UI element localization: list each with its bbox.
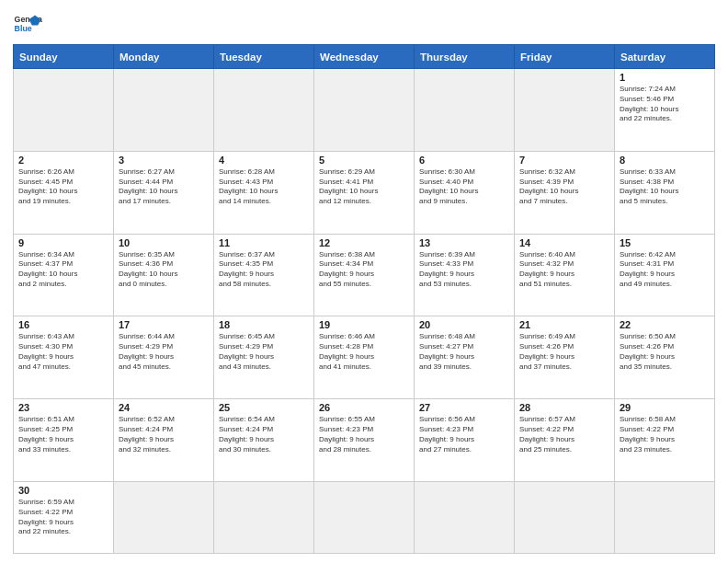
weekday-header-sunday: Sunday: [14, 45, 114, 69]
calendar-cell: [214, 482, 314, 554]
calendar-week-row: 23Sunrise: 6:51 AM Sunset: 4:25 PM Dayli…: [14, 399, 715, 482]
weekday-header-friday: Friday: [515, 45, 615, 69]
day-number: 13: [419, 237, 509, 248]
day-number: 22: [620, 319, 710, 330]
day-info: Sunrise: 7:24 AM Sunset: 5:46 PM Dayligh…: [620, 85, 710, 124]
day-number: 14: [519, 237, 609, 248]
calendar-week-row: 9Sunrise: 6:34 AM Sunset: 4:37 PM Daylig…: [14, 234, 715, 316]
calendar-cell: 25Sunrise: 6:54 AM Sunset: 4:24 PM Dayli…: [214, 399, 314, 482]
day-info: Sunrise: 6:30 AM Sunset: 4:40 PM Dayligh…: [419, 167, 509, 207]
calendar-week-row: 30Sunrise: 6:59 AM Sunset: 4:22 PM Dayli…: [14, 482, 715, 554]
weekday-header-thursday: Thursday: [415, 45, 515, 69]
weekday-header-tuesday: Tuesday: [214, 45, 314, 69]
calendar-cell: [114, 482, 214, 554]
day-number: 26: [319, 402, 409, 413]
page: General Blue SundayMondayTuesdayWednesda…: [0, 0, 728, 563]
day-info: Sunrise: 6:56 AM Sunset: 4:23 PM Dayligh…: [419, 415, 509, 454]
day-number: 2: [18, 155, 108, 166]
day-number: 4: [219, 155, 309, 166]
day-info: Sunrise: 6:35 AM Sunset: 4:36 PM Dayligh…: [119, 250, 209, 290]
calendar-cell: 17Sunrise: 6:44 AM Sunset: 4:29 PM Dayli…: [114, 316, 214, 399]
calendar-week-row: 1Sunrise: 7:24 AM Sunset: 5:46 PM Daylig…: [14, 69, 715, 152]
calendar-cell: 7Sunrise: 6:32 AM Sunset: 4:39 PM Daylig…: [515, 151, 615, 234]
calendar-cell: 19Sunrise: 6:46 AM Sunset: 4:28 PM Dayli…: [314, 316, 415, 399]
day-number: 6: [419, 155, 509, 166]
day-number: 29: [620, 402, 710, 413]
day-info: Sunrise: 6:32 AM Sunset: 4:39 PM Dayligh…: [519, 167, 609, 207]
day-info: Sunrise: 6:39 AM Sunset: 4:33 PM Dayligh…: [419, 250, 509, 290]
calendar-cell: [314, 482, 415, 554]
day-number: 28: [519, 402, 609, 413]
weekday-header-monday: Monday: [114, 45, 214, 69]
day-info: Sunrise: 6:33 AM Sunset: 4:38 PM Dayligh…: [620, 167, 710, 207]
day-number: 24: [119, 402, 209, 413]
day-number: 12: [319, 237, 409, 248]
calendar-week-row: 16Sunrise: 6:43 AM Sunset: 4:30 PM Dayli…: [14, 316, 715, 399]
day-number: 30: [18, 485, 108, 496]
calendar-week-row: 2Sunrise: 6:26 AM Sunset: 4:45 PM Daylig…: [14, 151, 715, 234]
day-number: 1: [620, 72, 710, 83]
day-info: Sunrise: 6:44 AM Sunset: 4:29 PM Dayligh…: [119, 332, 209, 372]
day-number: 10: [119, 237, 209, 248]
calendar-cell: [515, 69, 615, 152]
calendar-cell: [14, 69, 114, 152]
header: General Blue: [13, 9, 715, 39]
calendar-cell: 18Sunrise: 6:45 AM Sunset: 4:29 PM Dayli…: [214, 316, 314, 399]
day-info: Sunrise: 6:45 AM Sunset: 4:29 PM Dayligh…: [219, 332, 309, 372]
day-info: Sunrise: 6:40 AM Sunset: 4:32 PM Dayligh…: [519, 250, 609, 290]
calendar-cell: 16Sunrise: 6:43 AM Sunset: 4:30 PM Dayli…: [14, 316, 114, 399]
day-number: 18: [219, 319, 309, 330]
weekday-header-wednesday: Wednesday: [314, 45, 415, 69]
calendar-cell: 20Sunrise: 6:48 AM Sunset: 4:27 PM Dayli…: [415, 316, 515, 399]
day-info: Sunrise: 6:52 AM Sunset: 4:24 PM Dayligh…: [119, 415, 209, 454]
svg-text:Blue: Blue: [15, 24, 32, 33]
day-number: 9: [18, 237, 108, 248]
day-number: 15: [620, 237, 710, 248]
day-number: 3: [119, 155, 209, 166]
day-info: Sunrise: 6:57 AM Sunset: 4:22 PM Dayligh…: [519, 415, 609, 454]
calendar-cell: [214, 69, 314, 152]
calendar-cell: [615, 482, 715, 554]
calendar-cell: [114, 69, 214, 152]
calendar-cell: 28Sunrise: 6:57 AM Sunset: 4:22 PM Dayli…: [515, 399, 615, 482]
day-info: Sunrise: 6:42 AM Sunset: 4:31 PM Dayligh…: [620, 250, 710, 290]
day-info: Sunrise: 6:27 AM Sunset: 4:44 PM Dayligh…: [119, 167, 209, 207]
weekday-header-saturday: Saturday: [615, 45, 715, 69]
calendar-cell: 26Sunrise: 6:55 AM Sunset: 4:23 PM Dayli…: [314, 399, 415, 482]
calendar-cell: [415, 69, 515, 152]
calendar-cell: [314, 69, 415, 152]
day-number: 5: [319, 155, 409, 166]
calendar-cell: 1Sunrise: 7:24 AM Sunset: 5:46 PM Daylig…: [615, 69, 715, 152]
calendar-cell: 9Sunrise: 6:34 AM Sunset: 4:37 PM Daylig…: [14, 234, 114, 316]
calendar-cell: 14Sunrise: 6:40 AM Sunset: 4:32 PM Dayli…: [515, 234, 615, 316]
calendar-cell: 13Sunrise: 6:39 AM Sunset: 4:33 PM Dayli…: [415, 234, 515, 316]
day-info: Sunrise: 6:26 AM Sunset: 4:45 PM Dayligh…: [18, 167, 108, 207]
calendar-cell: 8Sunrise: 6:33 AM Sunset: 4:38 PM Daylig…: [615, 151, 715, 234]
calendar-cell: 23Sunrise: 6:51 AM Sunset: 4:25 PM Dayli…: [14, 399, 114, 482]
day-number: 23: [18, 402, 108, 413]
calendar-cell: 3Sunrise: 6:27 AM Sunset: 4:44 PM Daylig…: [114, 151, 214, 234]
calendar-cell: [515, 482, 615, 554]
calendar-cell: 21Sunrise: 6:49 AM Sunset: 4:26 PM Dayli…: [515, 316, 615, 399]
day-info: Sunrise: 6:38 AM Sunset: 4:34 PM Dayligh…: [319, 250, 409, 290]
day-number: 17: [119, 319, 209, 330]
calendar-cell: 15Sunrise: 6:42 AM Sunset: 4:31 PM Dayli…: [615, 234, 715, 316]
calendar-cell: 30Sunrise: 6:59 AM Sunset: 4:22 PM Dayli…: [14, 482, 114, 554]
calendar-cell: 4Sunrise: 6:28 AM Sunset: 4:43 PM Daylig…: [214, 151, 314, 234]
calendar-cell: 29Sunrise: 6:58 AM Sunset: 4:22 PM Dayli…: [615, 399, 715, 482]
day-info: Sunrise: 6:28 AM Sunset: 4:43 PM Dayligh…: [219, 167, 309, 207]
calendar-cell: 12Sunrise: 6:38 AM Sunset: 4:34 PM Dayli…: [314, 234, 415, 316]
day-info: Sunrise: 6:29 AM Sunset: 4:41 PM Dayligh…: [319, 167, 409, 207]
day-info: Sunrise: 6:59 AM Sunset: 4:22 PM Dayligh…: [18, 498, 108, 537]
day-info: Sunrise: 6:49 AM Sunset: 4:26 PM Dayligh…: [519, 332, 609, 372]
day-info: Sunrise: 6:46 AM Sunset: 4:28 PM Dayligh…: [319, 332, 409, 372]
day-info: Sunrise: 6:51 AM Sunset: 4:25 PM Dayligh…: [18, 415, 108, 454]
day-info: Sunrise: 6:58 AM Sunset: 4:22 PM Dayligh…: [620, 415, 710, 454]
day-number: 27: [419, 402, 509, 413]
calendar-cell: 24Sunrise: 6:52 AM Sunset: 4:24 PM Dayli…: [114, 399, 214, 482]
day-info: Sunrise: 6:34 AM Sunset: 4:37 PM Dayligh…: [18, 250, 108, 290]
generalblue-logo-icon: General Blue: [13, 9, 42, 39]
day-number: 25: [219, 402, 309, 413]
day-info: Sunrise: 6:50 AM Sunset: 4:26 PM Dayligh…: [620, 332, 710, 372]
day-number: 11: [219, 237, 309, 248]
